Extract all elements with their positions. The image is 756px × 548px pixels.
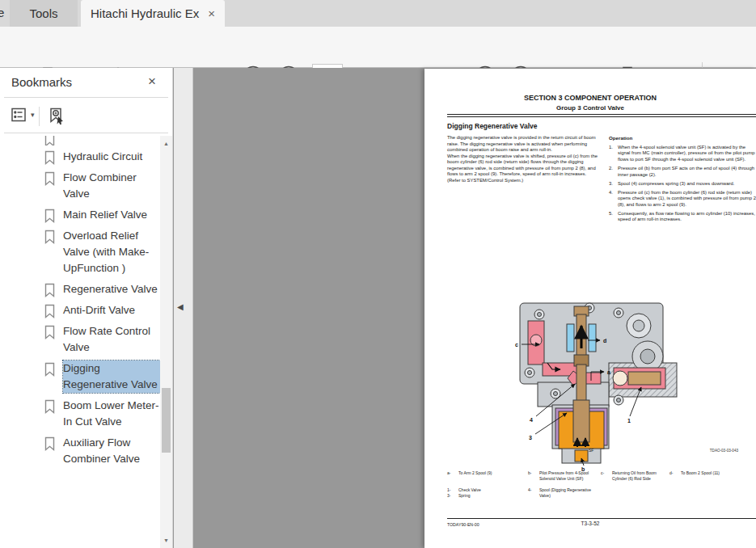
tab-document[interactable]: Hitachi Hydraulic Ex... × bbox=[81, 0, 225, 27]
topic-heading: Digging Regenerative Valve bbox=[447, 122, 537, 130]
scroll-up-icon[interactable]: ▲ bbox=[160, 137, 172, 150]
legend-item-4: 4- Spool (Digging Regenerative Valve) bbox=[528, 487, 598, 498]
bookmark-icon bbox=[44, 362, 56, 377]
bookmark-item[interactable]: Anti-Drift Valve bbox=[44, 302, 160, 318]
header-rule bbox=[447, 114, 756, 117]
bookmark-icon bbox=[44, 171, 56, 186]
bookmark-icon bbox=[44, 230, 56, 244]
scroll-down-icon[interactable]: ▼ bbox=[160, 534, 172, 546]
bookmark-item-partial[interactable] bbox=[44, 136, 160, 145]
legend-item-c: c- Returning Oil from Boom Cylinder (6) … bbox=[601, 470, 667, 481]
diagram-label-4: 4 bbox=[530, 417, 533, 423]
legend-item-1: 1- Check Valve bbox=[447, 487, 525, 493]
bookmark-icon bbox=[44, 150, 56, 165]
bookmark-icon bbox=[44, 436, 56, 451]
footer-page-code: T3-3-52 bbox=[424, 521, 756, 526]
intro-paragraph: The digging regenerative valve is provid… bbox=[447, 135, 602, 154]
bookmark-icon bbox=[44, 136, 56, 145]
bookmark-item[interactable]: Flow Rate Control Valve bbox=[44, 323, 160, 356]
legend-item-a: a- To Arm 2 Spool (9) bbox=[447, 470, 525, 476]
panel-collapse-strip[interactable]: ◀ bbox=[174, 68, 193, 548]
bookmark-item[interactable]: Hydraulic Circuit bbox=[44, 149, 160, 165]
panel-divider bbox=[4, 133, 168, 133]
tab-tools[interactable]: Tools bbox=[10, 0, 78, 27]
bookmark-icon bbox=[44, 209, 56, 223]
bookmark-item[interactable]: Main Relief Valve bbox=[44, 207, 160, 223]
operation-column: Operation 1. When the 4-spool solenoid v… bbox=[609, 135, 756, 226]
legend-item-d: d- To Boom 2 Spool (11) bbox=[669, 470, 739, 476]
intro-column: The digging regenerative valve is provid… bbox=[447, 135, 602, 183]
operation-step: 2. Pressure oil (b) from port SF acts on… bbox=[609, 166, 756, 178]
main-toolbar: / 407 46.7% ▾ bbox=[0, 27, 756, 68]
bookmarks-panel-title: Bookmarks bbox=[11, 75, 72, 89]
tab-document-label: Hitachi Hydraulic Ex... bbox=[91, 6, 200, 20]
diagram-label-a: a bbox=[607, 369, 610, 375]
operation-step: 5. Consequently, as flow rate flowing to… bbox=[609, 211, 756, 223]
bookmark-item[interactable]: Auxiliary Flow Combiner Valve bbox=[44, 435, 160, 467]
group-title: Group 3 Control Valve bbox=[424, 104, 756, 112]
diagram-label-c: c bbox=[515, 342, 518, 348]
operation-step: 3. Spool (4) compresses spring (3) and m… bbox=[609, 181, 756, 188]
bookmarks-options-button[interactable]: ▾ bbox=[10, 106, 35, 124]
bookmark-icon bbox=[44, 399, 56, 414]
collapse-panel-icon[interactable]: ◀ bbox=[177, 302, 184, 311]
operation-step: 1. When the 4-spool solenoid valve unit … bbox=[609, 145, 756, 163]
diagram-label-3: 3 bbox=[529, 435, 532, 441]
diagram-label-d: d bbox=[603, 338, 606, 344]
scrollbar-thumb[interactable] bbox=[162, 388, 171, 453]
intro-paragraph: (Refer to SYSTEM/Control System.) bbox=[447, 178, 602, 184]
tab-bar: e Tools Hitachi Hydraulic Ex... × bbox=[0, 0, 756, 27]
bookmarks-panel: Bookmarks × ▾ bbox=[0, 68, 173, 548]
bookmarks-list: Hydraulic Circuit Flow Combiner Valve Ma… bbox=[0, 136, 160, 548]
valve-cross-section-diagram: c d a 4 3 1 b SF bbox=[505, 295, 695, 471]
panel-divider bbox=[4, 97, 168, 98]
figure-code: TDAO-03-03-043 bbox=[609, 449, 738, 453]
legend-item-b: b- Pilot Pressure from 4-Spool Solenoid … bbox=[528, 470, 598, 481]
diagram-label-1: 1 bbox=[627, 418, 631, 424]
diagram-label-sf: SF bbox=[589, 448, 593, 453]
footer-rule bbox=[447, 518, 756, 519]
bookmark-item[interactable]: Overload Relief Valve (with Make-UpFunct… bbox=[44, 228, 160, 276]
section-title: SECTION 3 COMPONENT OPERATION bbox=[424, 94, 756, 102]
expand-current-bookmark-button[interactable] bbox=[46, 106, 67, 127]
tab-close-icon[interactable]: × bbox=[208, 7, 215, 19]
pdf-page: SECTION 3 COMPONENT OPERATION Group 3 Co… bbox=[424, 69, 756, 548]
bookmarks-toolbar: ▾ bbox=[0, 103, 173, 131]
chevron-down-icon: ▾ bbox=[31, 111, 35, 119]
operation-title: Operation bbox=[609, 135, 756, 141]
bookmark-item[interactable]: Boom Lower Meter-In Cut Valve bbox=[44, 398, 160, 430]
bookmarks-close-icon[interactable]: × bbox=[148, 74, 156, 90]
bookmark-icon bbox=[44, 304, 56, 318]
bookmark-item[interactable]: Regenerative Valve bbox=[44, 281, 160, 297]
legend-item-3: 3- Spring bbox=[447, 493, 525, 499]
bookmark-item-selected[interactable]: Digging Regenerative Valve bbox=[44, 360, 160, 393]
intro-paragraph: When the digging regenerative valve is s… bbox=[447, 154, 602, 178]
acrobat-window: e Tools Hitachi Hydraulic Ex... × bbox=[0, 0, 756, 548]
operation-step: 4. Pressure oil (c) from the boom cylind… bbox=[609, 190, 756, 209]
locate-bookmark-icon bbox=[46, 106, 67, 127]
bookmark-icon bbox=[44, 325, 56, 339]
bookmarks-toolbar-divider bbox=[39, 107, 40, 126]
options-list-icon bbox=[10, 106, 27, 124]
tab-home-partial[interactable]: e bbox=[0, 6, 4, 19]
bookmark-item[interactable]: Flow Combiner Valve bbox=[44, 170, 160, 202]
bookmark-icon bbox=[44, 283, 56, 297]
bookmarks-scrollbar[interactable]: ▲ ▼ bbox=[160, 136, 172, 548]
